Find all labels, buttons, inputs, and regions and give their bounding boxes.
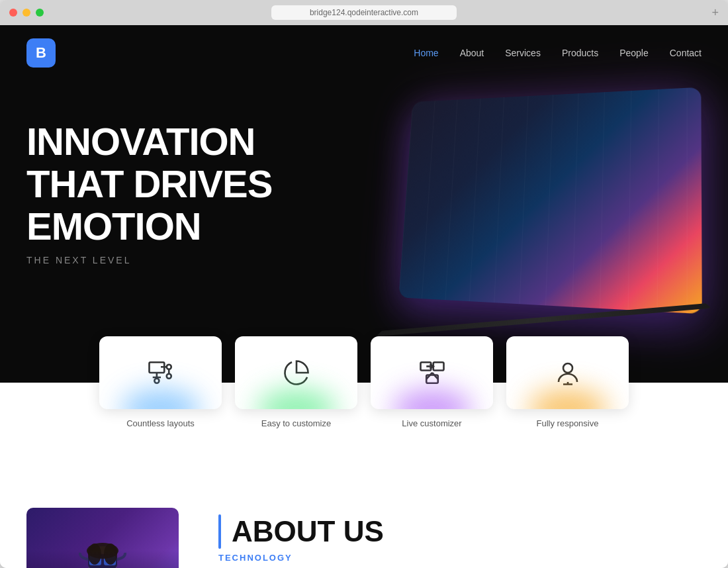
- website-content: B Home About Services Products: [0, 25, 728, 568]
- user-circle-icon: [552, 357, 584, 389]
- close-button[interactable]: [9, 9, 17, 17]
- about-title: ABOUT US: [232, 515, 384, 548]
- feature-card-customize: [235, 336, 357, 409]
- svg-point-14: [563, 363, 572, 373]
- navigation: B Home About Services Products: [0, 25, 728, 81]
- svg-point-5: [154, 379, 159, 383]
- minimize-button[interactable]: [23, 9, 30, 17]
- nav-link-people[interactable]: People: [619, 48, 649, 58]
- feature-label-layouts: Countless layouts: [99, 418, 222, 428]
- svg-point-4: [166, 374, 171, 379]
- feature-card-responsive: [506, 336, 629, 409]
- nav-item-contact[interactable]: Contact: [670, 47, 702, 59]
- nav-item-people[interactable]: People: [619, 47, 649, 59]
- feature-label-live: Live customizer: [371, 418, 493, 428]
- nav-link-services[interactable]: Services: [505, 48, 541, 58]
- nav-item-services[interactable]: Services: [505, 47, 541, 59]
- about-subtitle: TECHNOLOGY: [218, 553, 384, 563]
- features-labels: Countless layouts Easy to customize Live…: [0, 418, 728, 428]
- browser-window: bridge124.qodeinteractive.com + B Home: [0, 0, 728, 568]
- new-tab-button[interactable]: +: [711, 6, 719, 20]
- hero-section: B Home About Services Products: [0, 25, 728, 383]
- nav-link-contact[interactable]: Contact: [670, 48, 702, 58]
- feature-card-layouts: [99, 336, 222, 409]
- nav-item-home[interactable]: Home: [414, 47, 438, 59]
- features-strip: [0, 336, 728, 409]
- nav-links: Home About Services Products People: [414, 47, 702, 59]
- browser-titlebar: bridge124.qodeinteractive.com +: [0, 0, 728, 25]
- about-content: ABOUT US TECHNOLOGY: [218, 508, 384, 563]
- nav-link-products[interactable]: Products: [562, 48, 598, 58]
- nav-item-about[interactable]: About: [460, 47, 484, 59]
- hero-text: INNOVATION THAT DRIVES EMOTION THE NEXT …: [0, 81, 728, 265]
- svg-rect-22: [89, 555, 101, 565]
- logo[interactable]: B: [26, 38, 56, 68]
- svg-point-3: [166, 365, 171, 369]
- about-accent-bar: [218, 514, 221, 549]
- svg-rect-21: [88, 554, 117, 568]
- svg-rect-23: [104, 555, 116, 565]
- nav-item-products[interactable]: Products: [562, 47, 598, 59]
- pie-chart-icon: [281, 357, 312, 389]
- feature-label-responsive: Fully responsive: [506, 418, 629, 428]
- feature-card-live: [371, 336, 493, 409]
- svg-point-25: [88, 544, 101, 565]
- maximize-button[interactable]: [36, 9, 44, 17]
- hero-subtitle: THE NEXT LEVEL: [26, 255, 702, 265]
- hero-title: INNOVATION THAT DRIVES EMOTION: [26, 120, 702, 247]
- feature-label-customize: Easy to customize: [235, 418, 357, 428]
- url-bar[interactable]: bridge124.qodeinteractive.com: [271, 5, 457, 20]
- nav-link-about[interactable]: About: [460, 48, 484, 58]
- nav-link-home[interactable]: Home: [414, 48, 438, 58]
- monitor-swap-icon: [416, 357, 448, 389]
- about-title-wrapper: ABOUT US: [218, 514, 384, 549]
- vr-person-image: [26, 508, 179, 568]
- about-section: ABOUT US TECHNOLOGY: [0, 442, 728, 568]
- monitor-network-icon: [145, 357, 177, 389]
- svg-point-26: [104, 544, 117, 565]
